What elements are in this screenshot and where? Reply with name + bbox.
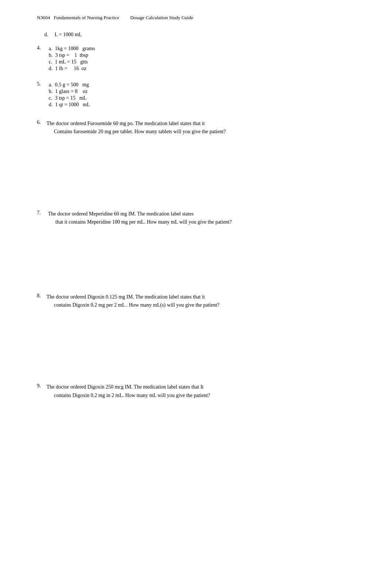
q7-body: The doctor ordered Meperidine 60 mg IM. … — [48, 210, 232, 227]
q9-line1: The doctor ordered Digoxin 250 mcg IM. T… — [47, 383, 210, 391]
question-8: 8. The doctor ordered Digoxin 0.125 mg I… — [37, 293, 355, 383]
course-id: N3604 — [37, 15, 50, 21]
q8-line1: The doctor ordered Digoxin 0.125 mg IM. … — [47, 293, 220, 301]
guide-title: Dosage Calculation Study Guide — [130, 15, 193, 21]
course-name: Fundamentals of Nursing Practice — [54, 15, 119, 21]
q5-b: b. 1 glass = 8 oz — [49, 89, 90, 94]
q8-number: 8. — [37, 293, 47, 299]
q4-b: b. 3 tsp = 1 tbsp — [49, 52, 95, 58]
item-d-label: d. — [44, 32, 48, 37]
item-d-prev: d. L = 1000 mL — [37, 32, 355, 38]
page-header: N3604 Fundamentals of Nursing Practice D… — [37, 15, 355, 21]
question-9: 9. The doctor ordered Digoxin 250 mcg IM… — [37, 383, 355, 400]
q7-answer-space — [37, 227, 355, 293]
q5-a: a. 0.5 g = 500 mg — [49, 82, 90, 88]
q8-answer-space — [37, 309, 355, 383]
q7-line2: that it contains Meperidine 100 mg per m… — [48, 218, 232, 226]
q6-line1: The doctor ordered Furosemide 60 mg po. … — [47, 120, 226, 128]
question-6: 6. The doctor ordered Furosemide 60 mg p… — [37, 120, 355, 210]
question-7: 7. The doctor ordered Meperidine 60 mg I… — [37, 210, 355, 293]
q7-number: 7. — [37, 210, 48, 216]
q8-line2: contains Digoxin 0.2 mg per 2 mL . How m… — [47, 301, 220, 309]
q6-body: The doctor ordered Furosemide 60 mg po. … — [47, 120, 226, 136]
q4-c: c. 1 mL = 15 gtts — [49, 59, 95, 65]
q9-line2: contains Digoxin 0.2 mg in 2 mL. How man… — [47, 392, 210, 400]
q5-sub-list: a. 0.5 g = 500 mg b. 1 glass = 8 oz c. 3… — [45, 82, 90, 108]
question-5: 5. a. 0.5 g = 500 mg b. 1 glass = 8 oz c… — [37, 81, 355, 108]
question-4: 4. a. 1kg = 1000 grams b. 3 tsp = 1 tbsp… — [37, 45, 355, 72]
q4-a: a. 1kg = 1000 grams — [49, 46, 95, 52]
q6-number: 6. — [37, 120, 47, 125]
q4-number: 4. — [37, 45, 45, 51]
q4-d: d. 1 lb = 16 oz — [49, 66, 95, 72]
q8-body: The doctor ordered Digoxin 0.125 mg IM. … — [47, 293, 220, 310]
q7-line1: The doctor ordered Meperidine 60 mg IM. … — [48, 210, 232, 218]
q5-c: c. 3 tsp = 15 mL — [49, 95, 90, 101]
q5-d: d. 1 qt = 1000 mL — [49, 102, 90, 108]
q9-number: 9. — [37, 383, 47, 389]
q9-body: The doctor ordered Digoxin 250 mcg IM. T… — [47, 383, 210, 400]
page: N3604 Fundamentals of Nursing Practice D… — [0, 0, 392, 576]
item-d-text: L = 1000 mL — [55, 32, 82, 37]
q6-line2: Contains furosemide 20 mg per tablet. Ho… — [47, 128, 226, 136]
q5-number: 5. — [37, 81, 45, 87]
q4-sub-list: a. 1kg = 1000 grams b. 3 tsp = 1 tbsp c.… — [45, 46, 95, 72]
q6-answer-space — [37, 136, 355, 210]
